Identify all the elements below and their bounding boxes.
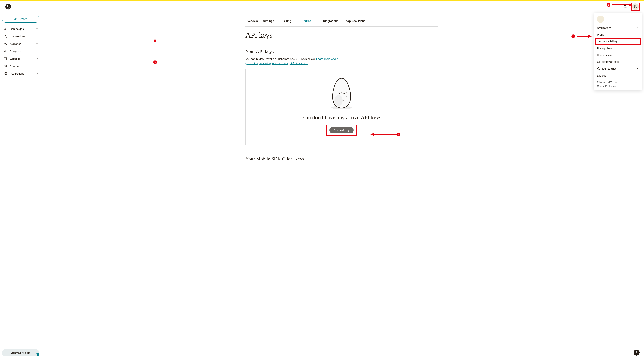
sidebar-item-label: Content — [10, 65, 20, 68]
annotation-badge-3: 3 — [153, 60, 157, 64]
tab-extras[interactable]: Extras — [300, 18, 317, 24]
chevron-down-icon — [275, 20, 278, 22]
dd-label: Notifications — [597, 26, 611, 29]
profile-avatar-button[interactable]: R — [631, 2, 640, 11]
chevron-down-icon — [36, 57, 38, 60]
trial-label: Start your free trial — [10, 352, 30, 354]
dd-label: Log out — [597, 74, 606, 77]
create-key-button[interactable]: Create A Key — [330, 127, 354, 134]
tab-label: Extras — [302, 19, 311, 22]
section-api-keys-heading: Your API keys — [246, 49, 438, 54]
search-icon — [623, 5, 628, 9]
page-title: API keys — [246, 31, 438, 39]
dropdown-language[interactable]: EN | English — [594, 65, 642, 72]
dropdown-pricing-plans[interactable]: Pricing plans — [594, 45, 642, 52]
dropdown-logout[interactable]: Log out — [594, 72, 642, 79]
egg-illustration — [328, 76, 354, 110]
tab-label: Shop New Plans — [344, 19, 366, 22]
dd-label: Profile — [597, 33, 604, 36]
tab-label: Overview — [246, 19, 258, 22]
terms-link[interactable]: Terms — [610, 81, 617, 84]
privacy-link[interactable]: Privacy — [597, 81, 605, 84]
automations-icon — [3, 34, 7, 38]
badge-num: 3 — [154, 61, 156, 63]
dropdown-account-billing[interactable]: Account & billing — [595, 38, 641, 45]
desc-text: . — [308, 62, 309, 65]
svg-rect-20 — [38, 354, 38, 356]
chevron-down-icon — [36, 28, 38, 30]
create-key-highlight: Create A Key — [326, 125, 357, 136]
sidebar-item-automations[interactable]: Automations — [2, 32, 39, 40]
sidebar: Create Campaigns Automations Audience An… — [0, 12, 41, 360]
create-key-label: Create A Key — [334, 129, 350, 132]
sidebar-item-website[interactable]: Website — [2, 55, 39, 62]
empty-state-heading: You don't have any active API keys — [302, 114, 381, 121]
search-button[interactable] — [623, 4, 628, 9]
tab-overview[interactable]: Overview — [246, 19, 258, 22]
dd-label: Hire an expert — [597, 54, 614, 57]
sidebar-item-label: Audience — [10, 42, 22, 45]
header-bar: R — [0, 1, 644, 12]
dropdown-cobrowse[interactable]: Get cobrowse code — [594, 58, 642, 65]
nav-list: Campaigns Automations Audience Analytics… — [2, 25, 39, 77]
start-trial-button[interactable]: Start your free trial — [2, 349, 39, 356]
sidebar-collapse-toggle[interactable] — [36, 353, 39, 356]
chevron-down-icon — [36, 50, 38, 52]
app-logo[interactable] — [4, 3, 12, 10]
content-icon — [3, 64, 7, 68]
api-keys-description: You can review, revoke or generate new A… — [246, 57, 350, 65]
desc-text: You can review, revoke or generate new A… — [246, 57, 316, 60]
pencil-icon — [14, 17, 17, 20]
svg-point-6 — [6, 37, 6, 38]
annotation-arrow-3 — [153, 38, 157, 63]
tab-label: Billing — [283, 19, 291, 22]
sidebar-item-analytics[interactable]: Analytics — [2, 47, 39, 55]
annotation-arrow-4 — [370, 132, 396, 137]
help-fab[interactable]: ? — [634, 350, 640, 356]
megaphone-icon — [3, 27, 7, 31]
svg-point-23 — [346, 96, 346, 97]
svg-point-25 — [334, 95, 343, 106]
dropdown-hire-expert[interactable]: Hire an expert — [594, 52, 642, 58]
sidebar-item-audience[interactable]: Audience — [2, 40, 39, 47]
tab-label: Integrations — [322, 19, 338, 22]
chevron-down-icon — [36, 35, 38, 37]
tab-label: Settings — [263, 19, 274, 22]
annotation-badge-4: 4 — [396, 133, 400, 136]
sidebar-item-integrations[interactable]: Integrations — [2, 70, 39, 77]
panel-icon — [36, 353, 39, 356]
dd-label: Account & billing — [598, 40, 617, 43]
create-button[interactable]: Create — [2, 15, 39, 22]
main-content: Overview Settings Billing Extras Integra… — [41, 12, 644, 360]
sidebar-item-campaigns[interactable]: Campaigns — [2, 25, 39, 32]
chevron-down-icon — [36, 72, 38, 75]
dd-label: Pricing plans — [597, 47, 612, 50]
sidebar-item-content[interactable]: Content — [2, 62, 39, 70]
tab-integrations[interactable]: Integrations — [322, 19, 338, 22]
badge-num: 4 — [398, 133, 399, 136]
globe-icon — [597, 67, 600, 70]
dropdown-notifications[interactable]: Notifications — [594, 24, 642, 31]
avatar-initial: R — [600, 18, 602, 21]
avatar: R — [632, 3, 639, 10]
sidebar-item-label: Website — [10, 57, 20, 60]
svg-point-7 — [4, 43, 5, 44]
svg-point-22 — [344, 88, 345, 88]
dropdown-footer: Privacy and Terms Cookie Preferences — [594, 79, 642, 87]
tab-billing[interactable]: Billing — [283, 19, 294, 22]
svg-point-3 — [624, 5, 626, 7]
sidebar-item-label: Automations — [10, 35, 25, 38]
svg-rect-18 — [6, 74, 6, 75]
create-button-label: Create — [19, 17, 27, 20]
sidebar-item-label: Analytics — [10, 50, 21, 53]
cookie-prefs-link[interactable]: Cookie Preferences — [597, 85, 618, 87]
tab-settings[interactable]: Settings — [263, 19, 278, 22]
svg-marker-27 — [370, 133, 374, 136]
chevron-down-icon — [36, 43, 38, 45]
sidebar-item-label: Integrations — [10, 72, 24, 75]
sidebar-item-label: Campaigns — [10, 27, 24, 30]
tab-shop-plans[interactable]: Shop New Plans — [344, 19, 366, 22]
help-label: ? — [636, 351, 638, 354]
dropdown-profile[interactable]: Profile — [594, 31, 642, 38]
svg-rect-11 — [6, 50, 6, 52]
